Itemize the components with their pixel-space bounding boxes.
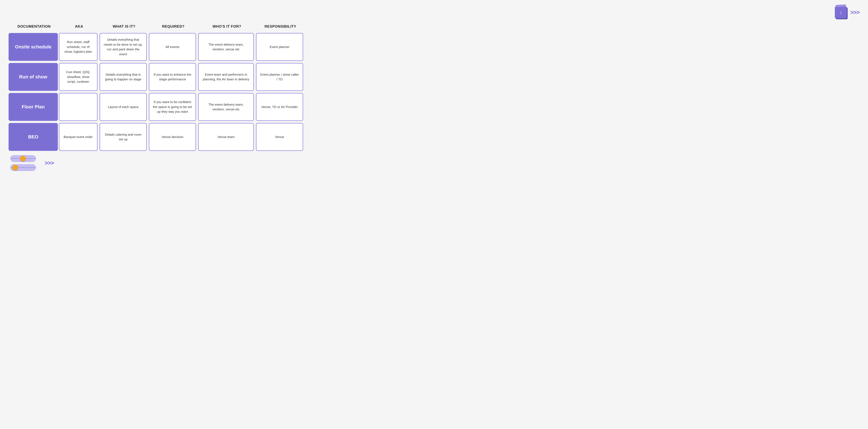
col-header-aka: AKA [59, 23, 99, 32]
responsibility-cell-2: Venue, TD or AV Provider [256, 93, 303, 121]
col-header-required: REQUIRED? [149, 23, 198, 32]
responsibility-cell-0: Event planner [256, 33, 303, 61]
top-right-controls: ↑ >>> [8, 6, 860, 19]
doc-cell-0: Onsite schedule [8, 33, 58, 61]
what-cell-0: Details everything that needs to be done… [100, 33, 147, 61]
doc-cell-3: BEO [8, 123, 58, 151]
upload-icon[interactable]: ↑ [835, 6, 847, 19]
required-cell-3: Venue decision [149, 123, 196, 151]
doc-label-0: Onsite schedule [15, 44, 52, 50]
toggle-thumb-1 [20, 156, 26, 161]
toggle-2[interactable] [10, 164, 36, 171]
aka-cell-1: Cue sheet, Q2Q, showflow, show script, r… [59, 63, 97, 91]
doc-label-2: Floor Plan [22, 104, 45, 110]
responsibility-cell-3: Venue [256, 123, 303, 151]
table-row: Floor Plan Layout of each space If you w… [8, 93, 860, 121]
responsibility-cell-1: Event planner / show caller / TD [256, 63, 303, 91]
table-header-row: DOCUMENTATION AKA WHAT IS IT? REQUIRED? … [8, 23, 860, 32]
toggle-1[interactable] [10, 155, 36, 162]
required-cell-0: All events [149, 33, 196, 61]
required-cell-1: If you want to enhance the stage perform… [149, 63, 196, 91]
col-header-responsibility: RESPONSIBILITY [256, 23, 305, 32]
doc-label-3: BEO [28, 134, 38, 140]
col-header-who: WHO'S IT FOR? [198, 23, 256, 32]
who-cell-0: The event delivery team, vendors, venue … [198, 33, 254, 61]
what-cell-3: Details catering and room set up [100, 123, 147, 151]
table-row: BEO Banquet event order Details catering… [8, 123, 860, 151]
what-cell-2: Layout of each space [100, 93, 147, 121]
main-table: DOCUMENTATION AKA WHAT IS IT? REQUIRED? … [8, 23, 860, 151]
bottom-controls: >>> [8, 155, 860, 171]
toggle-group[interactable] [10, 155, 36, 171]
table-row: Onsite schedule Run sheet, staff schedul… [8, 33, 860, 61]
toggle-thumb-2 [12, 165, 18, 171]
top-right-chevrons[interactable]: >>> [850, 9, 860, 16]
doc-label-1: Run of show [19, 74, 47, 80]
bottom-chevrons[interactable]: >>> [44, 160, 54, 166]
col-header-what: WHAT IS IT? [99, 23, 149, 32]
col-header-documentation: DOCUMENTATION [9, 23, 59, 32]
what-cell-1: Details everything that is going to happ… [100, 63, 147, 91]
table-row: Run of show Cue sheet, Q2Q, showflow, sh… [8, 63, 860, 91]
upload-arrow-symbol: ↑ [839, 10, 842, 16]
who-cell-1: Event team and performers in planning, t… [198, 63, 254, 91]
aka-cell-0: Run sheet, staff schedule, run of show, … [59, 33, 97, 61]
aka-cell-2 [59, 93, 97, 121]
who-cell-3: Venue team [198, 123, 254, 151]
required-cell-2: If you want to be confident the space is… [149, 93, 196, 121]
doc-cell-1: Run of show [8, 63, 58, 91]
doc-cell-2: Floor Plan [8, 93, 58, 121]
aka-cell-3: Banquet event order [59, 123, 97, 151]
who-cell-2: The event delivery team, vendors, venue … [198, 93, 254, 121]
